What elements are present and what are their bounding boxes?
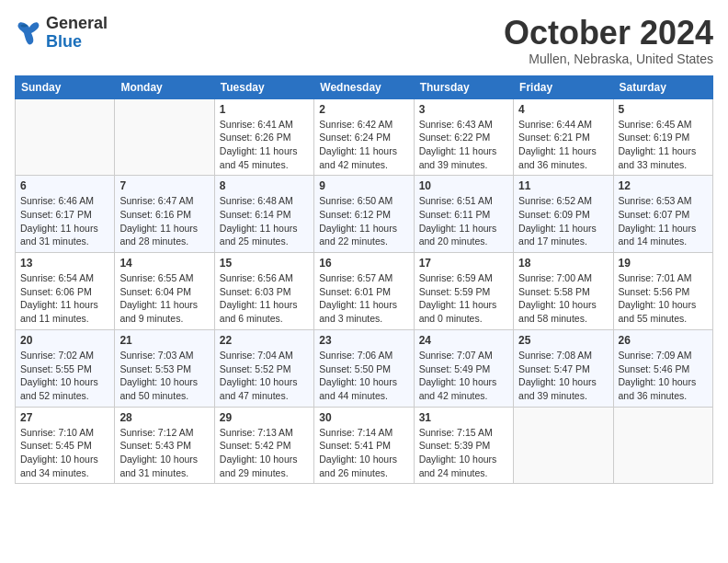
day-number: 31 bbox=[419, 411, 508, 424]
day-number: 1 bbox=[220, 103, 309, 116]
logo: General Blue bbox=[15, 15, 108, 52]
day-of-week-header: Tuesday bbox=[214, 75, 313, 98]
day-info: Sunrise: 6:42 AM Sunset: 6:24 PM Dayligh… bbox=[319, 118, 408, 172]
day-info: Sunrise: 7:04 AM Sunset: 5:52 PM Dayligh… bbox=[220, 349, 309, 403]
day-info: Sunrise: 7:10 AM Sunset: 5:45 PM Dayligh… bbox=[20, 426, 109, 480]
day-of-week-header: Thursday bbox=[414, 75, 513, 98]
day-info: Sunrise: 7:08 AM Sunset: 5:47 PM Dayligh… bbox=[518, 349, 608, 403]
day-number: 21 bbox=[119, 334, 209, 347]
day-info: Sunrise: 7:02 AM Sunset: 5:55 PM Dayligh… bbox=[20, 349, 109, 403]
day-info: Sunrise: 7:15 AM Sunset: 5:39 PM Dayligh… bbox=[419, 426, 508, 480]
calendar-cell: 5Sunrise: 6:45 AM Sunset: 6:19 PM Daylig… bbox=[613, 98, 712, 176]
day-number: 30 bbox=[319, 411, 408, 424]
calendar-cell bbox=[613, 407, 712, 484]
day-number: 3 bbox=[419, 103, 508, 116]
day-info: Sunrise: 6:47 AM Sunset: 6:16 PM Dayligh… bbox=[119, 194, 209, 248]
day-info: Sunrise: 6:45 AM Sunset: 6:19 PM Dayligh… bbox=[619, 118, 708, 172]
day-info: Sunrise: 6:59 AM Sunset: 5:59 PM Dayligh… bbox=[419, 271, 508, 326]
day-info: Sunrise: 6:53 AM Sunset: 6:07 PM Dayligh… bbox=[619, 194, 708, 248]
calendar-week-row: 20Sunrise: 7:02 AM Sunset: 5:55 PM Dayli… bbox=[16, 329, 713, 407]
day-number: 25 bbox=[518, 334, 608, 347]
day-of-week-header: Wednesday bbox=[314, 75, 414, 98]
logo-bird-icon bbox=[15, 20, 42, 46]
month-title: October 2024 bbox=[504, 15, 713, 52]
day-of-week-header: Monday bbox=[115, 75, 214, 98]
calendar-cell: 3Sunrise: 6:43 AM Sunset: 6:22 PM Daylig… bbox=[414, 98, 513, 176]
calendar-week-row: 27Sunrise: 7:10 AM Sunset: 5:45 PM Dayli… bbox=[16, 407, 713, 484]
calendar-week-row: 1Sunrise: 6:41 AM Sunset: 6:26 PM Daylig… bbox=[16, 98, 713, 176]
day-of-week-header: Saturday bbox=[613, 75, 712, 98]
calendar-cell: 27Sunrise: 7:10 AM Sunset: 5:45 PM Dayli… bbox=[16, 407, 115, 484]
calendar-cell bbox=[115, 98, 214, 176]
day-info: Sunrise: 6:56 AM Sunset: 6:03 PM Dayligh… bbox=[220, 271, 309, 326]
day-info: Sunrise: 6:43 AM Sunset: 6:22 PM Dayligh… bbox=[419, 118, 508, 172]
calendar-cell: 13Sunrise: 6:54 AM Sunset: 6:06 PM Dayli… bbox=[16, 253, 115, 330]
calendar-cell: 25Sunrise: 7:08 AM Sunset: 5:47 PM Dayli… bbox=[514, 329, 613, 407]
day-info: Sunrise: 7:06 AM Sunset: 5:50 PM Dayligh… bbox=[319, 349, 408, 403]
day-number: 10 bbox=[419, 179, 508, 192]
day-number: 19 bbox=[619, 257, 708, 270]
calendar-cell: 1Sunrise: 6:41 AM Sunset: 6:26 PM Daylig… bbox=[214, 98, 313, 176]
day-info: Sunrise: 6:54 AM Sunset: 6:06 PM Dayligh… bbox=[20, 271, 109, 326]
location-text: Mullen, Nebraska, United States bbox=[504, 52, 713, 66]
calendar-header-row: SundayMondayTuesdayWednesdayThursdayFrid… bbox=[16, 75, 713, 98]
calendar-cell bbox=[16, 98, 115, 176]
calendar-cell: 30Sunrise: 7:14 AM Sunset: 5:41 PM Dayli… bbox=[314, 407, 414, 484]
calendar-cell: 23Sunrise: 7:06 AM Sunset: 5:50 PM Dayli… bbox=[314, 329, 414, 407]
calendar-week-row: 13Sunrise: 6:54 AM Sunset: 6:06 PM Dayli… bbox=[16, 253, 713, 330]
calendar-cell: 19Sunrise: 7:01 AM Sunset: 5:56 PM Dayli… bbox=[613, 253, 712, 330]
day-number: 2 bbox=[319, 103, 408, 116]
calendar-cell: 11Sunrise: 6:52 AM Sunset: 6:09 PM Dayli… bbox=[514, 176, 613, 253]
day-info: Sunrise: 6:51 AM Sunset: 6:11 PM Dayligh… bbox=[419, 194, 508, 248]
day-number: 6 bbox=[20, 179, 109, 192]
day-info: Sunrise: 6:46 AM Sunset: 6:17 PM Dayligh… bbox=[20, 194, 109, 248]
calendar-cell: 8Sunrise: 6:48 AM Sunset: 6:14 PM Daylig… bbox=[214, 176, 313, 253]
calendar-cell: 20Sunrise: 7:02 AM Sunset: 5:55 PM Dayli… bbox=[16, 329, 115, 407]
day-number: 13 bbox=[20, 257, 109, 270]
day-number: 22 bbox=[220, 334, 309, 347]
day-info: Sunrise: 6:55 AM Sunset: 6:04 PM Dayligh… bbox=[119, 271, 209, 326]
day-info: Sunrise: 7:09 AM Sunset: 5:46 PM Dayligh… bbox=[619, 349, 708, 403]
header-row: General Blue October 2024 Mullen, Nebras… bbox=[15, 15, 713, 66]
calendar-cell: 6Sunrise: 6:46 AM Sunset: 6:17 PM Daylig… bbox=[16, 176, 115, 253]
day-number: 8 bbox=[220, 179, 309, 192]
day-of-week-header: Friday bbox=[514, 75, 613, 98]
day-number: 15 bbox=[220, 257, 309, 270]
day-info: Sunrise: 6:44 AM Sunset: 6:21 PM Dayligh… bbox=[518, 118, 608, 172]
calendar-table: SundayMondayTuesdayWednesdayThursdayFrid… bbox=[15, 75, 713, 485]
calendar-cell: 24Sunrise: 7:07 AM Sunset: 5:49 PM Dayli… bbox=[414, 329, 513, 407]
day-number: 5 bbox=[619, 103, 708, 116]
day-number: 4 bbox=[518, 103, 608, 116]
day-number: 18 bbox=[518, 257, 608, 270]
logo-general-text: General bbox=[46, 14, 108, 32]
day-number: 16 bbox=[319, 257, 408, 270]
calendar-cell: 2Sunrise: 6:42 AM Sunset: 6:24 PM Daylig… bbox=[314, 98, 414, 176]
calendar-cell: 14Sunrise: 6:55 AM Sunset: 6:04 PM Dayli… bbox=[115, 253, 214, 330]
logo-blue-text: Blue bbox=[46, 32, 82, 51]
day-number: 27 bbox=[20, 411, 109, 424]
calendar-cell: 17Sunrise: 6:59 AM Sunset: 5:59 PM Dayli… bbox=[414, 253, 513, 330]
calendar-cell bbox=[514, 407, 613, 484]
day-number: 26 bbox=[619, 334, 708, 347]
day-number: 9 bbox=[319, 179, 408, 192]
calendar-cell: 12Sunrise: 6:53 AM Sunset: 6:07 PM Dayli… bbox=[613, 176, 712, 253]
day-number: 11 bbox=[518, 179, 608, 192]
day-number: 14 bbox=[119, 257, 209, 270]
calendar-cell: 18Sunrise: 7:00 AM Sunset: 5:58 PM Dayli… bbox=[514, 253, 613, 330]
day-number: 24 bbox=[419, 334, 508, 347]
calendar-cell: 29Sunrise: 7:13 AM Sunset: 5:42 PM Dayli… bbox=[214, 407, 313, 484]
calendar-cell: 26Sunrise: 7:09 AM Sunset: 5:46 PM Dayli… bbox=[613, 329, 712, 407]
day-info: Sunrise: 6:48 AM Sunset: 6:14 PM Dayligh… bbox=[220, 194, 309, 248]
calendar-cell: 28Sunrise: 7:12 AM Sunset: 5:43 PM Dayli… bbox=[115, 407, 214, 484]
day-number: 20 bbox=[20, 334, 109, 347]
calendar-cell: 7Sunrise: 6:47 AM Sunset: 6:16 PM Daylig… bbox=[115, 176, 214, 253]
calendar-cell: 15Sunrise: 6:56 AM Sunset: 6:03 PM Dayli… bbox=[214, 253, 313, 330]
day-of-week-header: Sunday bbox=[16, 75, 115, 98]
day-info: Sunrise: 7:14 AM Sunset: 5:41 PM Dayligh… bbox=[319, 426, 408, 480]
calendar-cell: 22Sunrise: 7:04 AM Sunset: 5:52 PM Dayli… bbox=[214, 329, 313, 407]
day-info: Sunrise: 6:41 AM Sunset: 6:26 PM Dayligh… bbox=[220, 118, 309, 172]
calendar-cell: 4Sunrise: 6:44 AM Sunset: 6:21 PM Daylig… bbox=[514, 98, 613, 176]
calendar-week-row: 6Sunrise: 6:46 AM Sunset: 6:17 PM Daylig… bbox=[16, 176, 713, 253]
day-number: 17 bbox=[419, 257, 508, 270]
calendar-container: General Blue October 2024 Mullen, Nebras… bbox=[0, 0, 728, 493]
